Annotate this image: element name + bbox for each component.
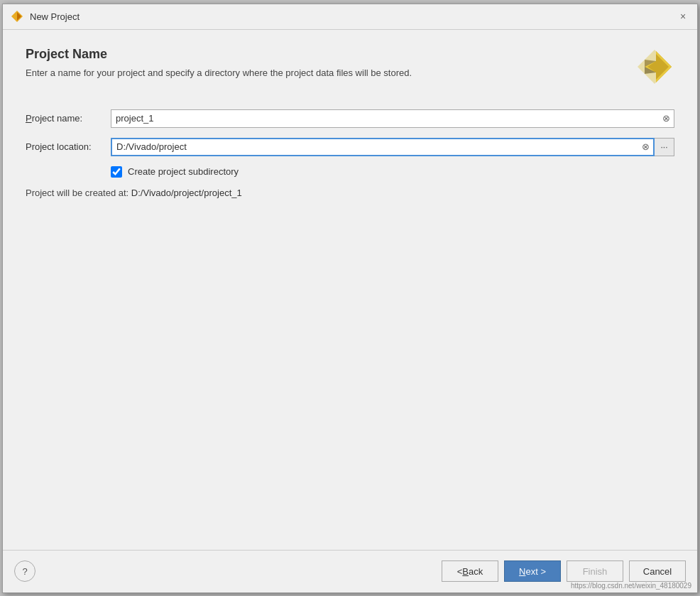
create-subdirectory-checkbox[interactable] <box>111 166 122 178</box>
project-name-label: Project name: <box>26 113 111 124</box>
project-location-label: Project location: <box>26 141 111 152</box>
project-name-input-wrapper: ⊗ <box>111 109 674 128</box>
project-path-row: Project will be created at: D:/Vivado/pr… <box>26 188 674 198</box>
project-path-label: Project will be created at: <box>26 188 128 198</box>
project-location-input[interactable] <box>112 139 638 155</box>
title-bar: New Project × <box>3 4 697 30</box>
project-path-value: D:/Vivado/project/project_1 <box>131 188 242 198</box>
footer-left: ? <box>14 560 35 582</box>
project-location-label-text: Project location: <box>26 141 92 152</box>
title-bar-left: New Project <box>10 9 80 23</box>
project-location-row: Project location: ⊗ ··· <box>26 138 674 156</box>
project-name-clear-button[interactable]: ⊗ <box>658 111 674 126</box>
project-name-input[interactable] <box>111 110 658 127</box>
next-button[interactable]: Next > <box>504 560 561 582</box>
dialog-title: New Project <box>30 11 80 22</box>
dialog-content: Project Name Enter a name for your proje… <box>3 30 697 550</box>
project-name-row: Project name: ⊗ <box>26 109 674 128</box>
close-button[interactable]: × <box>676 9 690 23</box>
project-name-label-text: Project name: <box>26 113 82 124</box>
page-title: Project Name <box>26 47 635 62</box>
header-section: Project Name Enter a name for your proje… <box>26 47 635 78</box>
form-section: Project name: ⊗ Project location: ⊗ ··· <box>26 109 674 198</box>
cancel-button[interactable]: Cancel <box>629 560 686 582</box>
dialog-window: New Project × Project Name Enter a name … <box>2 4 698 593</box>
back-button[interactable]: < Back <box>442 560 498 582</box>
create-subdirectory-label[interactable]: Create project subdirectory <box>128 166 239 177</box>
project-location-input-wrapper: ⊗ <box>111 138 655 156</box>
page-description: Enter a name for your project and specif… <box>26 67 466 78</box>
footer-right: < Back Next > Finish Cancel <box>442 560 686 582</box>
finish-button[interactable]: Finish <box>567 560 623 582</box>
vivado-title-icon <box>10 9 24 23</box>
create-subdirectory-row: Create project subdirectory <box>26 166 674 178</box>
project-path-text: Project will be created at: D:/Vivado/pr… <box>26 188 242 198</box>
vivado-logo <box>635 47 674 87</box>
top-row: Project Name Enter a name for your proje… <box>26 47 674 87</box>
browse-button[interactable]: ··· <box>655 138 674 156</box>
help-button[interactable]: ? <box>14 560 35 582</box>
watermark: https://blog.csdn.net/weixin_48180029 <box>571 582 691 590</box>
project-location-clear-button[interactable]: ⊗ <box>638 139 653 155</box>
